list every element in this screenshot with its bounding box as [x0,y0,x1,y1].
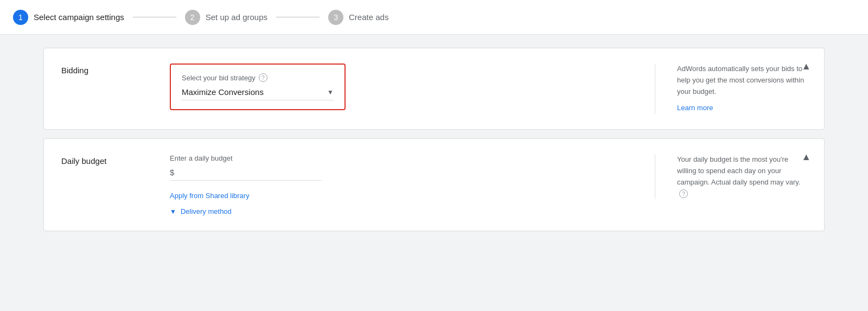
bidding-body: Select your bid strategy ? Maximize Conv… [170,64,633,110]
budget-input-row: $ [170,168,322,181]
step-1-label: Select campaign settings [34,12,124,22]
bidding-label: Bidding [61,64,170,75]
daily-budget-card-inner: Daily budget Enter a daily budget $ Appl… [61,154,807,215]
daily-budget-info-icon[interactable]: ? [679,189,688,198]
bid-strategy-box: Select your bid strategy ? Maximize Conv… [170,64,346,110]
step-2: 2 Set up ad groups [185,10,267,25]
delivery-method-label: Delivery method [181,207,232,215]
step-1: 1 Select campaign settings [13,10,124,25]
bid-strategy-dropdown-arrow: ▼ [327,88,334,96]
bidding-side-text: AdWords automatically sets your bids to … [677,64,807,97]
bid-strategy-help-icon[interactable]: ? [259,73,267,82]
step-3: 3 Create ads [328,10,388,25]
currency-symbol: $ [170,168,174,177]
bidding-collapse-button[interactable]: ▲ [801,61,811,71]
bidding-side: AdWords automatically sets your bids to … [655,64,807,114]
bidding-card: ▲ Bidding Select your bid strategy ? Max… [43,48,825,130]
delivery-method-row[interactable]: ▼ Delivery method [170,207,633,215]
daily-budget-side: Your daily budget is the most you're wil… [655,154,807,199]
step-connector-1 [133,17,176,17]
apply-shared-library-link[interactable]: Apply from Shared library [170,192,250,200]
daily-budget-label: Daily budget [61,154,170,166]
step-1-circle: 1 [13,10,28,25]
learn-more-link[interactable]: Learn more [677,103,713,114]
main-content: ▲ Bidding Select your bid strategy ? Max… [0,35,868,244]
step-3-circle: 3 [328,10,343,25]
budget-input[interactable] [177,168,322,177]
daily-budget-side-text: Your daily budget is the most you're wil… [677,154,807,199]
step-connector-2 [276,17,320,17]
daily-budget-input-label: Enter a daily budget [170,154,633,162]
bid-strategy-label: Select your bid strategy ? [182,73,334,82]
stepper: 1 Select campaign settings 2 Set up ad g… [0,0,868,35]
daily-budget-card: ▲ Daily budget Enter a daily budget $ Ap… [43,138,825,231]
bid-strategy-value: Maximize Conversions [182,87,264,97]
delivery-method-chevron-icon: ▼ [170,208,176,215]
step-2-label: Set up ad groups [206,12,267,22]
step-2-circle: 2 [185,10,200,25]
bid-strategy-dropdown[interactable]: Maximize Conversions ▼ [182,87,334,100]
bidding-card-inner: Bidding Select your bid strategy ? Maxim… [61,64,807,114]
step-3-label: Create ads [349,12,388,22]
daily-budget-collapse-button[interactable]: ▲ [801,152,811,162]
daily-budget-body: Enter a daily budget $ Apply from Shared… [170,154,633,215]
